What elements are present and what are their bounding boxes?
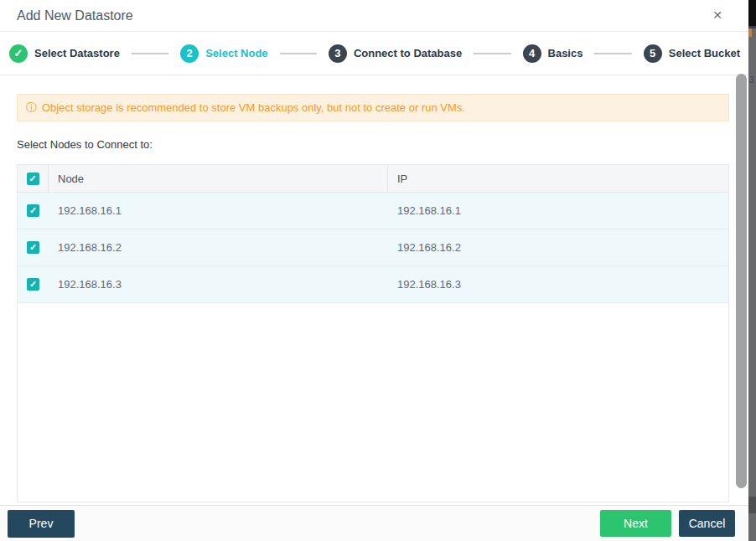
step-select-node: 2 Select Node	[180, 44, 267, 63]
info-icon: ⓘ	[26, 100, 37, 116]
column-header-node: Node	[49, 165, 388, 192]
select-all-checkbox[interactable]: ✓	[27, 173, 39, 185]
ip-value: 192.168.16.1	[388, 204, 728, 217]
step-label: Select Bucket	[669, 47, 740, 59]
row-check-cell: ✓	[18, 241, 49, 254]
row-check-cell: ✓	[18, 278, 49, 291]
background-edge-text: 3	[749, 75, 754, 85]
row-check-cell: ✓	[18, 204, 49, 217]
table-row[interactable]: ✓ 192.168.16.1 192.168.16.1	[18, 193, 728, 229]
step-label: Select Node	[205, 47, 267, 59]
dialog-footer: Prev Next Cancel	[0, 505, 748, 541]
background-edge-segment	[748, 28, 752, 37]
table-row[interactable]: ✓ 192.168.16.3 192.168.16.3	[18, 266, 728, 303]
step-number: 4	[523, 44, 541, 63]
step-number: 3	[329, 44, 347, 63]
step-number: 2	[180, 44, 199, 63]
background-edge-segment	[748, 497, 756, 513]
next-button[interactable]: Next	[600, 510, 671, 537]
dialog-title: Add New Datastore	[17, 0, 133, 32]
column-header-ip: IP	[388, 165, 728, 192]
cancel-button[interactable]: Cancel	[679, 510, 735, 537]
node-value: 192.168.16.3	[49, 278, 388, 291]
step-connector	[594, 53, 631, 54]
header-check-cell: ✓	[18, 165, 49, 192]
wizard-stepper: ✓ Select Datastore 2 Select Node 3 Conne…	[0, 32, 748, 75]
check-icon: ✓	[9, 44, 28, 63]
ip-value: 192.168.16.3	[388, 278, 728, 291]
warning-text: Object storage is recommended to store V…	[42, 101, 465, 114]
step-connector	[280, 53, 317, 54]
step-connector	[474, 53, 510, 54]
step-select-datastore: ✓ Select Datastore	[9, 44, 120, 63]
row-checkbox[interactable]: ✓	[27, 241, 39, 254]
step-label: Basics	[548, 47, 583, 59]
node-value: 192.168.16.1	[49, 204, 388, 217]
add-datastore-dialog: Add New Datastore ✕ ✓ Select Datastore 2…	[0, 0, 748, 541]
row-checkbox[interactable]: ✓	[27, 278, 39, 291]
vertical-scrollbar-thumb[interactable]	[736, 74, 747, 488]
step-label: Select Datastore	[34, 47, 120, 59]
step-select-bucket: 5 Select Bucket	[644, 44, 740, 63]
node-table: ✓ Node IP ✓ 192.168.16.1 192.168.16.1 ✓ …	[17, 164, 729, 502]
step-connector	[132, 53, 168, 54]
select-nodes-label: Select Nodes to Connect to:	[17, 138, 748, 151]
prev-button[interactable]: Prev	[8, 510, 75, 538]
table-header-row: ✓ Node IP	[18, 165, 728, 193]
step-basics: 4 Basics	[523, 44, 583, 63]
step-connect-to-database: 3 Connect to Database	[329, 44, 462, 63]
step-label: Connect to Database	[354, 47, 462, 59]
screen: Add New Datastore ✕ ✓ Select Datastore 2…	[0, 0, 756, 541]
close-icon[interactable]: ✕	[712, 0, 722, 30]
row-checkbox[interactable]: ✓	[27, 204, 39, 217]
ip-value: 192.168.16.2	[388, 241, 728, 254]
dialog-header: Add New Datastore ✕	[0, 0, 748, 32]
table-row[interactable]: ✓ 192.168.16.2 192.168.16.2	[18, 229, 728, 266]
warning-banner: ⓘ Object storage is recommended to store…	[17, 94, 729, 121]
background-edge-segment	[748, 0, 756, 26]
background-page-edge: 3	[748, 0, 756, 541]
node-value: 192.168.16.2	[49, 241, 388, 254]
step-number: 5	[644, 44, 662, 63]
